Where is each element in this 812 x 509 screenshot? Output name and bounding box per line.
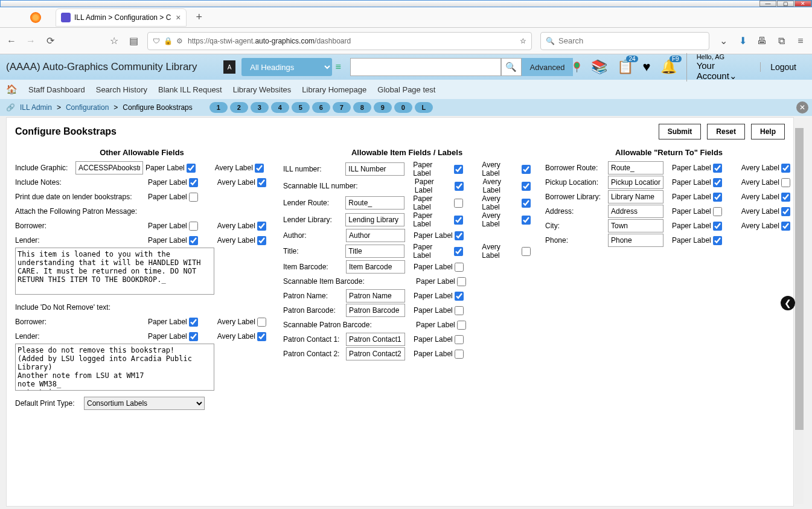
pill[interactable]: 6 [312,102,330,113]
logout-link[interactable]: Logout [760,62,806,72]
forward-button[interactable]: → [25,36,36,46]
svg-point-1 [575,63,579,68]
browser-search-box[interactable]: 🔍 [540,32,709,50]
pill[interactable]: 4 [271,102,289,113]
nav-library-websites[interactable]: Library Websites [233,85,292,94]
back-button[interactable]: ← [6,36,17,46]
lock-icon: 🔒 [164,37,173,45]
chevron-down-icon: ⌄ [729,71,737,81]
language-icon[interactable]: A [223,60,235,74]
pill[interactable]: L [415,102,433,113]
pill[interactable]: 8 [353,102,371,113]
heart-icon[interactable]: ♥ [643,59,651,75]
menu-icon[interactable]: ≡ [795,36,806,46]
window-close-button[interactable]: ✕ [794,1,811,7]
crumb-ill-admin[interactable]: ILL Admin [20,103,52,112]
pill[interactable]: 1 [209,102,228,113]
pill[interactable]: 9 [374,102,392,113]
breadcrumb-bar: 🔗 ILL Admin > Configuration > Configure … [0,99,812,116]
session-pills: 1 2 3 4 5 6 7 8 9 0 L [209,102,433,113]
nav-blank-ill[interactable]: Blank ILL Request [158,85,222,94]
saved-lists-icon[interactable]: 📋 24 [617,59,633,75]
balloon-icon[interactable] [573,60,581,74]
app-header: (AAAA) Auto-Graphics Community Library A… [0,54,812,80]
link-icon: 🔗 [6,103,15,112]
address-bar[interactable]: 🛡 🔒 ⚙ https://qa-stwi-agent.auto-graphic… [147,32,532,50]
notifications-icon[interactable]: 🔔 F9 [660,59,677,75]
reload-button[interactable]: ⟳ [45,36,56,46]
catalog-search-button[interactable]: 🔍 [501,58,521,76]
account-menu[interactable]: Hello, AG Your Account⌄ [686,53,751,82]
window-maximize-button[interactable]: ▢ [777,1,794,7]
nav-staff-dashboard[interactable]: Staff Dashboard [28,85,85,94]
crumb-configuration[interactable]: Configuration [66,103,109,112]
shield-icon: 🛡 [153,37,160,45]
browser-tab[interactable]: ILL Admin > Configuration > C × [56,8,187,27]
pill[interactable]: 7 [333,102,351,113]
browser-nav-bar: ← → ⟳ ☆ ▤ 🛡 🔒 ⚙ https://qa-stwi-agent.au… [0,28,812,54]
secondary-nav: 🏠 Staff Dashboard Search History Blank I… [0,80,812,99]
tab-favicon-icon [61,13,71,22]
crumb-current: Configure Bookstraps [123,103,192,112]
firefox-icon [30,12,41,23]
extensions-icon[interactable]: ⧉ [776,36,787,46]
browser-tab-bar: ILL Admin > Configuration > C × + [0,7,812,28]
database-icon[interactable]: ≡ [336,62,347,72]
bookmark-star-icon[interactable]: ☆ [109,36,120,46]
catalog-search-input[interactable] [350,58,501,76]
nav-library-homepage[interactable]: Library Homepage [302,85,366,94]
url-text: https://qa-stwi-agent.auto-graphics.com/… [188,37,515,45]
nav-global-page-test[interactable]: Global Page test [377,85,435,94]
search-icon: 🔍 [546,37,555,45]
window-minimize-button[interactable]: — [759,1,776,7]
headings-select[interactable]: All Headings [241,58,331,76]
print-icon[interactable]: 🖶 [756,36,767,46]
permissions-icon: ⚙ [176,37,183,45]
download-icon[interactable]: ⬇ [737,36,748,46]
tab-close-button[interactable]: × [176,13,181,22]
close-session-button[interactable]: ✕ [796,101,808,114]
library-name: (AAAA) Auto-Graphics Community Library [6,61,223,73]
books-icon[interactable]: 📚 [591,59,607,75]
advanced-search-button[interactable]: Advanced [522,58,574,76]
pill[interactable]: 3 [251,102,269,113]
tab-title: ILL Admin > Configuration > C [74,13,171,22]
library-icon[interactable]: ▤ [128,36,139,46]
pill[interactable]: 2 [230,102,248,113]
home-icon[interactable]: 🏠 [6,84,18,95]
pill[interactable]: 5 [292,102,310,113]
pocket-icon[interactable]: ⌄ [718,36,729,46]
new-tab-button[interactable]: + [196,11,203,24]
window-chrome: — ▢ ✕ [0,0,812,7]
nav-search-history[interactable]: Search History [96,85,147,94]
browser-search-input[interactable] [558,36,704,45]
bookmark-icon[interactable]: ☆ [520,37,526,45]
pill[interactable]: 0 [394,102,412,113]
